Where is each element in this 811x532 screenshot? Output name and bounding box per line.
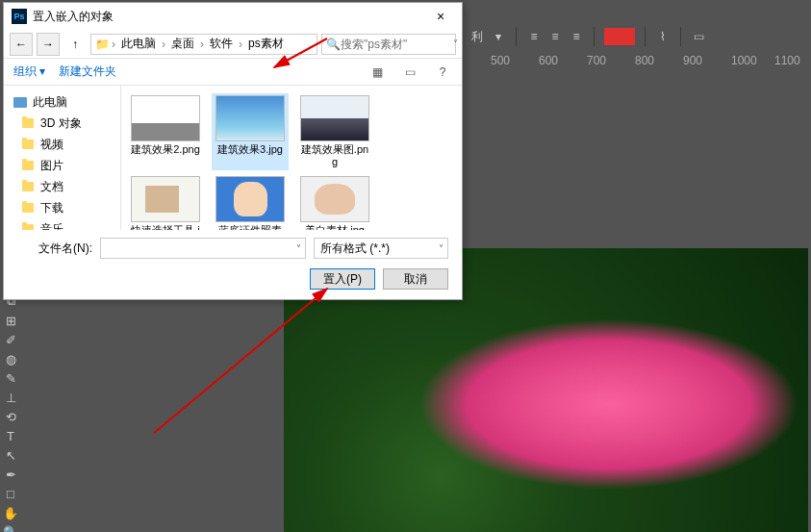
type-tool-icon[interactable]: T bbox=[2, 427, 19, 444]
align-left-icon[interactable]: ≡ bbox=[526, 29, 542, 44]
sidebar-label: 视频 bbox=[40, 137, 63, 153]
sidebar-label: 音乐 bbox=[40, 221, 63, 231]
folder-icon: 📁 bbox=[95, 38, 110, 51]
crumb-pc[interactable]: 此电脑 bbox=[117, 36, 160, 52]
sidebar-label: 图片 bbox=[40, 158, 63, 174]
separator bbox=[516, 27, 517, 46]
chevron-down-icon[interactable]: ˅ bbox=[296, 243, 301, 254]
file-grid: 建筑效果2.png 建筑效果3.jpg 建筑效果图.png 快速选择工具.jpg… bbox=[121, 86, 462, 230]
ps-options-bar: 利 ▾ ≡ ≡ ≡ ⌇ ▭ bbox=[462, 23, 811, 50]
file-item[interactable]: 美白素材.jpg bbox=[296, 174, 373, 230]
nav-up-button[interactable]: ↑ bbox=[63, 34, 87, 55]
sidebar-label: 此电脑 bbox=[33, 94, 67, 111]
sidebar-label: 下载 bbox=[40, 200, 63, 216]
dialog-nav-bar: ← → ↑ 📁 › 此电脑 › 桌面 › 软件 › ps素材 ˅ 🔍 bbox=[4, 30, 462, 59]
dialog-footer: 文件名(N): ˅ 所有格式 (*.*) ˅ 置入(P) 取消 bbox=[4, 230, 462, 299]
ruler-mark: 900 bbox=[683, 54, 702, 67]
align-right-icon[interactable]: ≡ bbox=[569, 29, 584, 44]
ruler-mark: 600 bbox=[539, 54, 558, 67]
file-thumb bbox=[300, 95, 369, 141]
warp-icon[interactable]: ⌇ bbox=[655, 29, 671, 44]
place-button[interactable]: 置入(P) bbox=[310, 268, 375, 290]
crumb-sep: › bbox=[112, 38, 115, 51]
heal-tool-icon[interactable]: ◍ bbox=[2, 350, 19, 367]
dialog-titlebar: Ps 置入嵌入的对象 × bbox=[4, 3, 462, 30]
sidebar-label: 3D 对象 bbox=[40, 115, 82, 132]
crumb-pssrc[interactable]: ps素材 bbox=[244, 36, 288, 52]
crumb-software[interactable]: 软件 bbox=[206, 36, 237, 52]
file-item[interactable]: 建筑效果3.jpg bbox=[212, 93, 289, 170]
file-thumb bbox=[131, 95, 200, 141]
organize-menu[interactable]: 组织 ▾ bbox=[13, 63, 45, 80]
sidebar: 此电脑 3D 对象 视频 图片 文档 下载 音乐 桌面 Win10 (C:) bbox=[4, 86, 121, 230]
sidebar-item-downloads[interactable]: 下载 bbox=[4, 197, 120, 218]
new-folder-button[interactable]: 新建文件夹 bbox=[59, 63, 116, 80]
crumb-sep: › bbox=[200, 38, 204, 51]
filetype-combo[interactable]: 所有格式 (*.*) ˅ bbox=[314, 238, 448, 259]
file-item[interactable]: 建筑效果图.png bbox=[296, 93, 373, 170]
file-item[interactable]: 建筑效果2.png bbox=[127, 93, 204, 170]
chevron-down-icon[interactable]: ˅ bbox=[439, 243, 444, 254]
file-thumb bbox=[215, 95, 285, 141]
preview-icon[interactable]: ▭ bbox=[400, 63, 419, 82]
dialog-body: 此电脑 3D 对象 视频 图片 文档 下载 音乐 桌面 Win10 (C:) 建… bbox=[4, 86, 462, 230]
path-tool-icon[interactable]: ↖ bbox=[2, 446, 19, 464]
search-input[interactable] bbox=[341, 38, 451, 51]
stamp-tool-icon[interactable]: ⊥ bbox=[2, 389, 19, 406]
filetype-value: 所有格式 (*.*) bbox=[320, 241, 390, 257]
ps-menu-text[interactable]: 利 bbox=[469, 29, 485, 44]
dialog-org-bar: 组织 ▾ 新建文件夹 ▦ ▭ ? bbox=[4, 59, 462, 86]
search-box[interactable]: 🔍 bbox=[321, 34, 456, 55]
filename-combo[interactable]: ˅ bbox=[100, 238, 306, 259]
shape-tool-icon[interactable]: □ bbox=[2, 485, 19, 502]
nav-forward-button[interactable]: → bbox=[37, 33, 60, 56]
cancel-button[interactable]: 取消 bbox=[383, 268, 448, 290]
history-tool-icon[interactable]: ⟲ bbox=[2, 408, 19, 425]
ruler-mark: 800 bbox=[635, 54, 654, 67]
search-icon: 🔍 bbox=[326, 38, 341, 51]
breadcrumb[interactable]: 📁 › 此电脑 › 桌面 › 软件 › ps素材 ˅ bbox=[90, 34, 317, 55]
frame-tool-icon[interactable]: ⊞ bbox=[2, 312, 19, 329]
eyedropper-tool-icon[interactable]: ✐ bbox=[2, 331, 19, 348]
sidebar-label: 文档 bbox=[40, 179, 63, 195]
filename-label: 文件名(N): bbox=[17, 241, 92, 257]
ruler-mark: 500 bbox=[491, 54, 510, 67]
nav-back-button[interactable]: ← bbox=[10, 33, 33, 56]
ruler-mark: 1000 bbox=[731, 54, 757, 67]
zoom-tool-icon[interactable]: 🔍 bbox=[2, 523, 19, 532]
separator bbox=[645, 27, 646, 46]
hand-tool-icon[interactable]: ✋ bbox=[2, 504, 19, 521]
ruler-mark: 700 bbox=[587, 54, 606, 67]
sidebar-item-music[interactable]: 音乐 bbox=[4, 218, 120, 230]
chevron-down-icon[interactable]: ˅ bbox=[453, 38, 458, 49]
help-icon[interactable]: ? bbox=[433, 63, 452, 82]
file-thumb bbox=[131, 176, 200, 222]
panel-icon[interactable]: ▭ bbox=[691, 29, 706, 44]
place-embedded-dialog: Ps 置入嵌入的对象 × ← → ↑ 📁 › 此电脑 › 桌面 › 软件 › p… bbox=[3, 2, 463, 300]
sidebar-item-pictures[interactable]: 图片 bbox=[4, 155, 120, 176]
sidebar-item-3d[interactable]: 3D 对象 bbox=[4, 113, 120, 134]
sidebar-item-docs[interactable]: 文档 bbox=[4, 176, 120, 197]
crumb-sep: › bbox=[162, 38, 165, 51]
view-icon[interactable]: ▦ bbox=[367, 63, 387, 82]
file-item[interactable]: 蓝底证件照素材.jpg bbox=[212, 174, 289, 230]
brush-tool-icon[interactable]: ✎ bbox=[2, 369, 19, 387]
pen-tool-icon[interactable]: ✒ bbox=[2, 466, 19, 483]
separator bbox=[680, 27, 681, 46]
crumb-desktop[interactable]: 桌面 bbox=[167, 36, 198, 52]
ruler-mark: 1100 bbox=[774, 54, 800, 67]
color-swatch[interactable] bbox=[604, 28, 635, 45]
close-button[interactable]: × bbox=[427, 3, 454, 30]
file-label: 建筑效果2.png bbox=[131, 143, 200, 156]
dialog-title: 置入嵌入的对象 bbox=[33, 9, 427, 25]
file-label: 建筑效果3.jpg bbox=[217, 143, 283, 156]
file-label: 建筑效果图.png bbox=[298, 143, 371, 168]
crumb-sep: › bbox=[239, 38, 242, 51]
align-center-icon[interactable]: ≡ bbox=[547, 29, 563, 44]
sidebar-item-pc[interactable]: 此电脑 bbox=[4, 91, 120, 113]
file-thumb bbox=[215, 176, 285, 222]
chevron-down-icon[interactable]: ▾ bbox=[491, 29, 506, 44]
sidebar-item-video[interactable]: 视频 bbox=[4, 134, 120, 155]
file-item[interactable]: 快速选择工具.jpg bbox=[127, 174, 204, 230]
horizontal-ruler: 500 600 700 800 900 1000 1100 1200 1300 … bbox=[462, 52, 811, 69]
